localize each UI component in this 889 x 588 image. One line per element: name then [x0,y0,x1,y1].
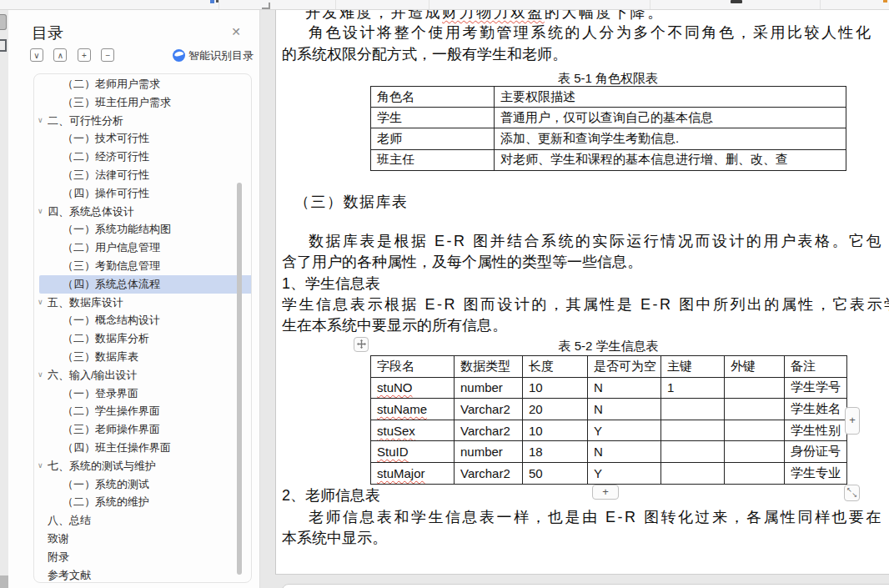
table-cell: N [588,399,661,420]
document-page[interactable]: 开发难度，并造成财力物力双盈的大幅度下降。角色设计将整个使用考勤管理系统的人分为… [275,9,889,575]
toc-item[interactable]: （三）法律可行性 [39,166,252,184]
toc-item[interactable]: （一）技术可行性 [39,129,252,148]
close-icon[interactable]: ✕ [231,26,241,38]
table-cell [661,399,725,420]
table-cell: 学生专业 [785,462,847,484]
toolbar-fragment-icon [210,0,214,3]
toc-item[interactable]: （三）数据库表 [39,348,252,366]
toc-item[interactable]: （一）概念结构设计 [39,311,252,329]
toc-item[interactable]: ∨二、可行性分析 [39,112,243,130]
table-cell: 20 [523,399,588,420]
toc-item-label: （四）班主任操作界面 [63,441,171,454]
toc-item[interactable]: （四）系统总体流程 [39,275,252,294]
field-name: stuSex [377,424,415,438]
clipped-text-line: 开发难度，并造成财力物力双盈的大幅度下降。 [305,9,665,23]
toc-item[interactable]: （二）数据库分析 [39,329,252,348]
toc-panel: 目录 ✕ ∨ ∧ + − 智能识别目录 （二）老师用户需求（三）班主任用户需求∨… [8,9,260,588]
toc-item[interactable]: （一）系统的测试 [39,475,252,494]
toc-item-label: 六、输入/输出设计 [48,369,138,381]
toc-item[interactable]: ∨五、数据库设计 [39,294,243,312]
toc-item[interactable]: （二）老师用户需求 [39,75,252,93]
expand-all-button[interactable]: ∨ [30,48,43,62]
table-header-cell: 长度 [523,356,588,378]
table-cell: 老师 [371,128,495,149]
table-cell: N [588,377,661,399]
toc-item[interactable]: 致谢 [39,530,243,548]
rail-active-tool-button[interactable] [0,14,7,30]
next-page-top-edge[interactable] [282,584,889,588]
toc-item-label: （三）老师操作界面 [63,423,160,435]
table-cell: stuMajor [371,462,455,484]
toc-item[interactable]: （三）考勤信息管理 [39,257,252,275]
toc-item-label: （三）法律可行性 [63,168,149,181]
table1: 角色名主要权限描述学生普通用户，仅可以查询自己的基本信息老师添加、更新和查询学生… [370,86,846,171]
toc-item[interactable]: （一）登录界面 [39,384,252,403]
section-heading: （三）数据库表 [294,192,409,212]
table-cell [725,441,785,463]
toc-item[interactable]: 附录 [39,548,243,566]
document-text-line: 老师信息表和学生信息表一样，也是由 E-R 图转化过来，各属性同样也要在 [309,507,883,527]
table-header-cell: 字段名 [371,356,455,378]
toc-item[interactable]: （三）老师操作界面 [39,420,252,439]
toc-item[interactable]: （四）操作可行性 [39,184,252,203]
chevron-down-icon[interactable]: ∨ [38,112,48,130]
table-cell: stuNO [371,377,455,399]
table-resize-button[interactable]: ↖ ↘ [844,485,860,501]
toc-item[interactable]: （四）班主任操作界面 [39,439,252,457]
expand-level-button[interactable]: + [78,48,91,62]
toc-item-label: （二）数据库分析 [63,332,149,344]
toc-item-label: （四）系统总体流程 [63,278,160,290]
toc-item[interactable]: ∨四、系统总体设计 [39,203,243,221]
move-arrows-icon [357,339,366,349]
toc-item[interactable]: ∨七、系统的测试与维护 [39,457,243,475]
toc-item-label: （三）班主任用户需求 [63,96,171,108]
table-cell: 学生姓名 [785,399,847,420]
toc-item-label: （二）系统的维护 [63,495,149,508]
toc-item-label: （一）系统的测试 [63,478,149,490]
table-cell: 10 [523,377,588,399]
toc-item[interactable]: （二）经济可行性 [39,148,252,166]
table-cell [661,462,725,484]
table2: 字段名数据类型长度是否可为空主键外键备注stuNOnumber10N1学生学号s… [370,355,847,485]
table-cell: 普通用户，仅可以查询自己的基本信息 [495,108,846,128]
toc-item[interactable]: （三）班主任用户需求 [39,93,252,112]
chevron-down-icon[interactable]: ∨ [38,457,48,475]
toc-item[interactable]: 八、总结 [39,511,243,530]
table-cell: 班主任 [371,149,495,170]
toc-item[interactable]: （二）用户信息管理 [39,239,252,257]
smart-recognize-toc-button[interactable]: 智能识别目录 [173,48,254,63]
toc-item-label: 八、总结 [48,514,91,526]
toc-item[interactable]: （二）学生操作界面 [39,402,252,420]
toc-item-label: （二）学生操作界面 [63,405,160,417]
table-header-cell: 角色名 [371,87,495,108]
toc-item-label: （一）登录界面 [63,387,138,400]
toc-item[interactable]: （一）系统功能结构图 [39,220,252,239]
chevron-down-icon[interactable]: ∨ [38,203,48,221]
field-name: StuID [377,445,409,459]
toc-list-box: （二）老师用户需求（三）班主任用户需求∨二、可行性分析（一）技术可行性（二）经济… [33,73,252,583]
toc-item[interactable]: （二）系统的维护 [39,493,252,511]
table-cell: Varchar2 [455,420,523,441]
collapse-level-button[interactable]: − [101,48,114,62]
left-tool-rail [0,9,8,588]
toc-item[interactable]: 参考文献 [39,566,243,583]
toc-item-label: （四）操作可行性 [63,187,149,199]
toc-item[interactable]: ∨六、输入/输出设计 [39,366,243,384]
collapse-all-button[interactable]: ∧ [53,48,67,62]
toc-scrollbar-thumb[interactable] [237,183,242,575]
add-row-button[interactable]: + [592,485,619,500]
toc-item-label: 参考文献 [48,569,91,581]
table-header-cell: 备注 [785,356,847,378]
table2-caption: 表 5-2 学生信息表 [370,336,846,356]
field-name: stuMajor [377,466,425,480]
chevron-down-icon[interactable]: ∨ [38,366,48,384]
add-column-button[interactable]: + [845,407,860,435]
toc-item-label: 五、数据库设计 [48,296,123,309]
table-move-handle[interactable] [354,337,369,352]
rail-tool-icon[interactable] [0,39,7,52]
chevron-down-icon[interactable]: ∨ [38,294,48,312]
document-text-line: 数据库表是根据 E-R 图并结合系统的实际运行情况而设计的用户表格。它包 [309,231,883,251]
table-cell [661,441,725,463]
table-cell: 添加、更新和查询学生考勤信息. [495,128,846,149]
toc-item-label: （一）概念结构设计 [63,314,160,326]
